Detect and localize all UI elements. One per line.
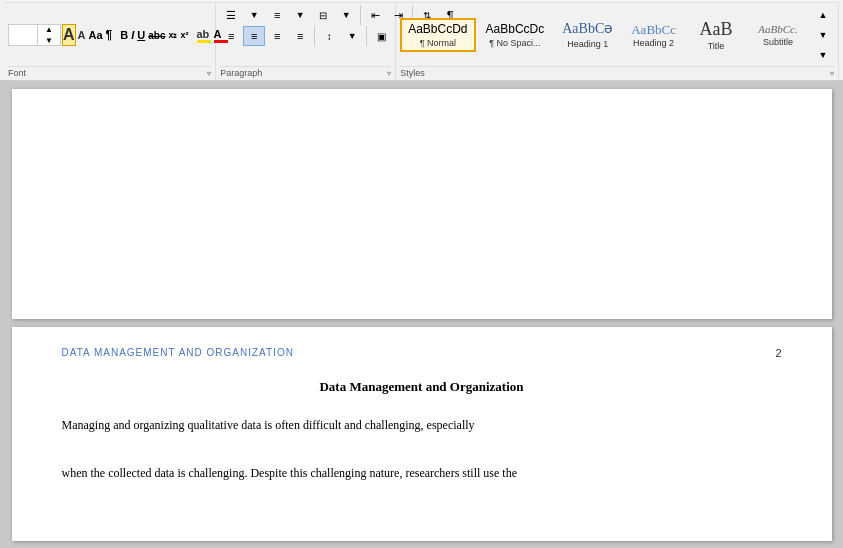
style-heading2-label: Heading 2 (633, 38, 674, 48)
style-nospace-preview: AaBbCcDc (486, 22, 545, 36)
italic-btn[interactable]: I (130, 24, 135, 46)
document-area: DATA MANAGEMENT AND ORGANIZATION 2 Data … (0, 81, 843, 548)
line-spacing-btn[interactable]: ↕ (318, 26, 340, 46)
font-shrink-btn[interactable]: A (77, 24, 87, 46)
style-heading2-preview: AaBbCc (631, 22, 676, 38)
body-line2: when the collected data is challenging. … (62, 461, 782, 485)
clear-format-btn[interactable]: ¶ (105, 24, 114, 46)
paragraph-group: ☰ ▼ ≡ ▼ ⊟ ▼ ⇤ ⇥ ⇅ ¶ ≡ ≡ ≡ (216, 3, 396, 80)
style-nospace-btn[interactable]: AaBbCcDc ¶ No Spaci... (478, 18, 553, 51)
shading-btn[interactable]: ▣ (370, 26, 392, 46)
bullet-list-style-btn[interactable]: ▼ (243, 5, 265, 25)
font-group: 12 ▲ ▼ A A Aa ¶ B I U abc x₂ (4, 3, 216, 80)
align-right-btn[interactable]: ≡ (266, 26, 288, 46)
justify-btn[interactable]: ≡ (289, 26, 311, 46)
subscript-btn[interactable]: x₂ (167, 24, 178, 46)
style-subtitle-label: Subtitle (763, 37, 793, 47)
font-group-label: Font ▿ (8, 66, 211, 78)
page2-body: Managing and organizing qualitative data… (62, 413, 782, 485)
page2-header-text: DATA MANAGEMENT AND ORGANIZATION (62, 347, 294, 358)
font-size-up-btn[interactable]: ▲ (38, 24, 60, 35)
underline-btn[interactable]: U (136, 24, 146, 46)
style-heading2-btn[interactable]: AaBbCc Heading 2 (623, 18, 684, 53)
style-normal-preview: AaBbCcDd (408, 22, 467, 36)
line-spacing-style-btn[interactable]: ▼ (341, 26, 363, 46)
styles-group-label: Styles ▿ (400, 66, 834, 78)
paragraph-expand-btn[interactable]: ▿ (387, 69, 391, 78)
ribbon: 12 ▲ ▼ A A Aa ¶ B I U abc x₂ (0, 0, 843, 81)
styles-scroll-up-btn[interactable]: ▲ (812, 5, 834, 25)
font-grow-btn[interactable]: A (62, 24, 76, 46)
sep5 (314, 26, 315, 46)
styles-more-btn[interactable]: ▼ (812, 45, 834, 65)
numbered-list-btn[interactable]: ≡ (266, 5, 288, 25)
multilevel-list-btn[interactable]: ⊟ (312, 5, 334, 25)
page-2: DATA MANAGEMENT AND ORGANIZATION 2 Data … (12, 327, 832, 541)
style-title-label: Title (708, 41, 725, 51)
style-title-btn[interactable]: AaB Title (686, 15, 746, 56)
styles-group: AaBbCcDd ¶ Normal AaBbCcDc ¶ No Spaci...… (396, 3, 839, 80)
change-case-btn[interactable]: Aa (88, 24, 104, 46)
page2-header: DATA MANAGEMENT AND ORGANIZATION 2 (62, 347, 782, 359)
body-line1: Managing and organizing qualitative data… (62, 413, 782, 437)
sep3 (360, 5, 361, 25)
align-left-btn[interactable]: ≡ (220, 26, 242, 46)
page2-title: Data Management and Organization (62, 379, 782, 395)
decrease-indent-btn[interactable]: ⇤ (364, 5, 386, 25)
styles-scroll-down-btn[interactable]: ▼ (812, 25, 834, 45)
multilevel-list-style-btn[interactable]: ▼ (335, 5, 357, 25)
style-heading1-btn[interactable]: AaBbCə Heading 1 (554, 17, 621, 53)
sep6 (366, 26, 367, 46)
style-nospace-label: ¶ No Spaci... (489, 38, 540, 48)
font-size-box[interactable]: 12 ▲ ▼ (8, 24, 61, 46)
style-subtitle-btn[interactable]: AaBbCc. Subtitle (748, 19, 808, 51)
paragraph-group-label: Paragraph ▿ (220, 66, 391, 78)
styles-expand-btn[interactable]: ▿ (830, 69, 834, 78)
bullet-list-btn[interactable]: ☰ (220, 5, 242, 25)
font-size-down-btn[interactable]: ▼ (38, 35, 60, 46)
align-center-btn[interactable]: ≡ (243, 26, 265, 46)
page2-number: 2 (775, 347, 781, 359)
style-heading1-label: Heading 1 (567, 39, 608, 49)
font-expand-btn[interactable]: ▿ (207, 69, 211, 78)
bold-btn[interactable]: B (119, 24, 129, 46)
font-size-input[interactable]: 12 (9, 29, 37, 41)
numbered-list-style-btn[interactable]: ▼ (289, 5, 311, 25)
style-normal-label: ¶ Normal (420, 38, 456, 48)
text-highlight-btn[interactable]: ab (196, 24, 212, 46)
style-subtitle-preview: AaBbCc. (758, 23, 797, 36)
style-heading1-preview: AaBbCə (562, 21, 613, 38)
strikethrough-btn[interactable]: abc (147, 24, 166, 46)
page-1 (12, 89, 832, 319)
style-normal-btn[interactable]: AaBbCcDd ¶ Normal (400, 18, 475, 51)
superscript-btn[interactable]: x² (179, 24, 189, 46)
style-title-preview: AaB (700, 19, 733, 41)
